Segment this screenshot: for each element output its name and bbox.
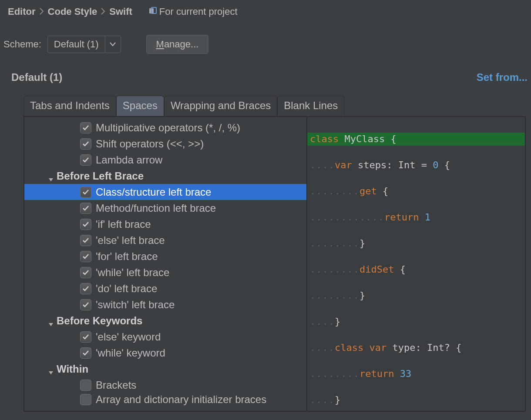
code-line: ........} xyxy=(307,237,525,250)
triangle-down-icon xyxy=(48,173,54,179)
tab-spaces[interactable]: Spaces xyxy=(116,96,164,116)
tab-tabs-indents[interactable]: Tabs and Indents xyxy=(24,96,116,116)
tree-item-label: Lambda arrow xyxy=(96,154,162,166)
breadcrumb-editor[interactable]: Editor xyxy=(8,6,36,17)
scheme-label: Scheme: xyxy=(3,39,41,50)
checkbox[interactable] xyxy=(80,347,91,359)
tab-blank-lines[interactable]: Blank Lines xyxy=(277,96,344,116)
checkbox[interactable] xyxy=(80,394,91,405)
checkbox[interactable] xyxy=(80,267,91,278)
tree-item-label: Method/function left brace xyxy=(96,202,216,214)
code-line: ........} xyxy=(307,289,525,302)
triangle-down-icon xyxy=(48,366,54,372)
tree-item-label: 'switch' left brace xyxy=(96,299,175,311)
chevron-right-icon xyxy=(39,6,44,17)
tree-item-brackets[interactable]: Brackets xyxy=(24,377,306,393)
tree-item-if-brace[interactable]: 'if' left brace xyxy=(24,216,306,232)
tree-item-label: 'do' left brace xyxy=(96,283,157,295)
tree-item-mult-operators[interactable]: Multiplicative operators (*, /, %) xyxy=(24,120,306,136)
checkbox[interactable] xyxy=(80,380,91,391)
tree-cat-within[interactable]: Within xyxy=(24,361,306,377)
tree-item-label: 'else' keyword xyxy=(96,331,161,343)
chevron-right-icon xyxy=(101,6,106,17)
code-line: ....class var type: Int? { xyxy=(307,341,525,354)
tree-item-array-dict-braces[interactable]: Array and dictionary initializer braces xyxy=(24,393,306,406)
tab-wrapping[interactable]: Wrapping and Braces xyxy=(164,96,277,116)
tree-item-else-keyword[interactable]: 'else' keyword xyxy=(24,329,306,345)
tree-cat-label: Before Left Brace xyxy=(57,170,144,182)
scope-badge: For current project xyxy=(149,6,238,17)
tree-item-label: 'for' left brace xyxy=(96,250,158,263)
tree-item-label: 'if' left brace xyxy=(96,218,151,230)
code-line: ....} xyxy=(307,315,525,328)
spaces-tree[interactable]: Multiplicative operators (*, /, %) Shift… xyxy=(24,117,307,411)
code-line: ....} xyxy=(307,393,525,407)
code-line: ........get { xyxy=(307,185,525,198)
tree-item-method-brace[interactable]: Method/function left brace xyxy=(24,200,306,216)
checkbox[interactable] xyxy=(80,299,91,310)
code-line: ............return 1 xyxy=(307,211,525,224)
scope-label: For current project xyxy=(159,6,238,17)
tree-item-label: Class/structure left brace xyxy=(96,186,211,198)
checkbox[interactable] xyxy=(80,154,91,166)
tree-item-for-brace[interactable]: 'for' left brace xyxy=(24,248,306,264)
scheme-dropdown[interactable]: Default (1) xyxy=(47,36,121,53)
code-line: ....var steps: Int = 0 { xyxy=(307,159,525,172)
tree-item-label: 'while' keyword xyxy=(96,347,165,359)
tree-item-switch-brace[interactable]: 'switch' left brace xyxy=(24,297,306,313)
tree-item-label: Brackets xyxy=(96,379,136,391)
checkbox[interactable] xyxy=(80,122,91,133)
tree-item-label: 'while' left brace xyxy=(96,267,169,279)
tree-item-while-keyword[interactable]: 'while' keyword xyxy=(24,345,306,361)
checkbox[interactable] xyxy=(80,283,91,294)
manage-button[interactable]: Manage... xyxy=(146,35,209,54)
checkbox[interactable] xyxy=(80,235,91,246)
tree-item-label: Shift operators (<<, >>) xyxy=(96,138,204,150)
tree-item-label: Array and dictionary initializer braces xyxy=(96,393,266,406)
tree-item-while-brace[interactable]: 'while' left brace xyxy=(24,264,306,280)
tabs: Tabs and Indents Spaces Wrapping and Bra… xyxy=(24,96,528,116)
tree-item-label: Multiplicative operators (*, /, %) xyxy=(96,122,240,134)
checkbox[interactable] xyxy=(80,187,91,198)
tree-item-do-brace[interactable]: 'do' left brace xyxy=(24,280,306,297)
tree-item-class-structure-brace[interactable]: Class/structure left brace xyxy=(24,184,306,200)
code-line: ........return 33 xyxy=(307,367,525,380)
tree-cat-before-left-brace[interactable]: Before Left Brace xyxy=(24,168,306,184)
breadcrumb-swift: Swift xyxy=(109,6,132,17)
code-preview: class MyClass { ....var steps: Int = 0 {… xyxy=(307,117,525,411)
checkbox[interactable] xyxy=(80,203,91,214)
scheme-title: Default (1) xyxy=(11,71,62,83)
breadcrumb: Editor Code Style Swift For current proj… xyxy=(3,6,528,17)
code-line: ........didSet { xyxy=(307,263,525,276)
tree-cat-before-keywords[interactable]: Before Keywords xyxy=(24,313,306,329)
triangle-down-icon xyxy=(48,318,54,324)
code-line: class MyClass { xyxy=(307,133,525,146)
tree-item-shift-operators[interactable]: Shift operators (<<, >>) xyxy=(24,136,306,152)
checkbox[interactable] xyxy=(80,138,91,150)
checkbox[interactable] xyxy=(80,251,91,262)
tree-cat-label: Within xyxy=(57,363,88,375)
set-from-link[interactable]: Set from... xyxy=(477,71,528,83)
breadcrumb-codestyle[interactable]: Code Style xyxy=(48,6,97,17)
scheme-value: Default (1) xyxy=(48,39,105,50)
tree-cat-label: Before Keywords xyxy=(57,315,142,327)
checkbox[interactable] xyxy=(80,331,91,343)
tree-item-else-brace[interactable]: 'else' left brace xyxy=(24,232,306,248)
tree-item-lambda-arrow[interactable]: Lambda arrow xyxy=(24,152,306,168)
chevron-down-icon xyxy=(105,36,121,53)
checkbox[interactable] xyxy=(80,219,91,230)
tree-item-label: 'else' left brace xyxy=(96,234,165,247)
project-scope-icon xyxy=(149,6,157,17)
